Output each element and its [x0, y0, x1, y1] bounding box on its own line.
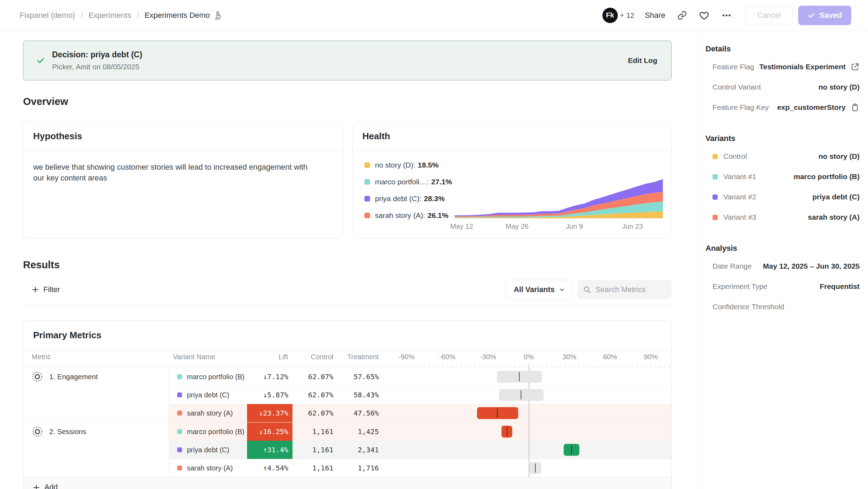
- breadcrumb-item[interactable]: Experiments Demo: [145, 11, 223, 20]
- ruler-tick: [402, 364, 403, 367]
- cancel-button[interactable]: Cancel: [746, 6, 793, 25]
- ruler-tick: [615, 364, 615, 367]
- col-lift: Lift: [247, 353, 288, 361]
- ruler-tick: [461, 364, 461, 367]
- lift-marker: [507, 427, 507, 436]
- saved-label: Saved: [819, 11, 842, 20]
- health-area-chart: [455, 178, 663, 218]
- edit-log-button[interactable]: Edit Log: [628, 56, 657, 65]
- search-box: [577, 280, 672, 299]
- add-metric-button[interactable]: Add: [32, 483, 58, 489]
- metric-row[interactable]: sarah story (A)↑4.54%1,1611,716: [23, 459, 671, 477]
- metrics-table-header: Metric Variant Name Lift Control Treatme…: [23, 350, 671, 368]
- hypothesis-body: we believe that showing customer stories…: [23, 151, 331, 183]
- metric-row[interactable]: 1. Engagementmarco portfolio (B)↓7.12%62…: [23, 368, 671, 386]
- results-heading: Results: [23, 259, 672, 271]
- sidebar-row-value: May 12, 2025 – Jun 30, 2025: [763, 262, 860, 270]
- col-control: Control: [292, 353, 333, 361]
- confidence-interval-bar: [477, 407, 518, 419]
- ruler-tick: [646, 364, 647, 367]
- sidebar-row-label: Control: [723, 152, 747, 161]
- details-sidebar: Details Feature FlagTestimonials Experim…: [699, 31, 868, 489]
- breadcrumb: Fixpanel {demo}/Experiments/Experiments …: [20, 11, 223, 20]
- treatment-value: 2,341: [334, 441, 380, 459]
- ruler-tick: [533, 364, 534, 367]
- search-input[interactable]: [595, 285, 665, 294]
- ruler-tick: [592, 364, 592, 367]
- legend-label: marco portfoli…:: [375, 178, 429, 186]
- saved-button[interactable]: Saved: [798, 6, 851, 25]
- sidebar-row: Controlno story (D): [706, 146, 860, 166]
- ruler-tick: [606, 364, 606, 367]
- metrics-rows: 1. Engagementmarco portfolio (B)↓7.12%62…: [23, 368, 671, 477]
- sidebar-row: Experiment TypeFrequentist: [706, 276, 860, 297]
- variant-color-dot: [713, 215, 718, 220]
- breadcrumb-item[interactable]: Experiments: [88, 11, 131, 20]
- ruler-tick: [565, 364, 565, 367]
- control-value: 1,161: [292, 459, 334, 477]
- details-section: Details Feature FlagTestimonials Experim…: [706, 41, 860, 118]
- ruler-tick: [610, 364, 610, 367]
- axis-ruler: [394, 364, 672, 367]
- ruler-tick: [501, 364, 502, 367]
- breadcrumb-separator: /: [81, 11, 83, 20]
- check-icon: [808, 12, 815, 19]
- sidebar-row-label: Variant #3: [723, 213, 756, 221]
- variant-color-dot: [713, 194, 718, 200]
- copy-icon[interactable]: [851, 103, 860, 112]
- top-bar: Fixpanel {demo}/Experiments/Experiments …: [0, 0, 868, 31]
- microscope-icon: [214, 11, 223, 20]
- link-icon[interactable]: [677, 10, 687, 20]
- lift-value: ↑31.4%: [247, 441, 292, 459]
- primary-metrics-title: Primary Metrics: [23, 321, 671, 350]
- favorite-heart-icon[interactable]: [699, 10, 709, 21]
- ruler-tick: [574, 364, 574, 367]
- more-options-icon[interactable]: [721, 10, 732, 21]
- variant-color-dot: [713, 174, 718, 179]
- breadcrumb-item[interactable]: Fixpanel {demo}: [20, 11, 75, 20]
- legend-value: 26.1%: [428, 211, 449, 220]
- collaborators-count[interactable]: + 12: [620, 11, 634, 20]
- hypothesis-title: Hypothesis: [23, 122, 343, 151]
- share-button[interactable]: Share: [645, 11, 665, 20]
- legend-item: priya debt (C):28.3%: [364, 190, 452, 207]
- sidebar-row-label: Experiment Type: [713, 282, 767, 291]
- x-axis-tick: [632, 218, 633, 221]
- add-filter-button[interactable]: Filter: [31, 285, 60, 294]
- sidebar-row-value: priya debt (C): [812, 193, 860, 201]
- legend-label: sarah story (A):: [375, 211, 425, 220]
- metric-group: 2. Sessionsmarco portfolio (B)↓16.25%1,1…: [23, 422, 671, 477]
- sidebar-row-label: Control Variant: [713, 83, 761, 91]
- metric-row[interactable]: priya debt (C)↓5.87%62.07%58.43%: [23, 386, 671, 404]
- ruler-tick: [560, 364, 561, 367]
- main-content: Decision: priya debt (C) Picker, Amit on…: [0, 31, 699, 489]
- col-metric: Metric: [32, 353, 51, 361]
- sidebar-row-label: Confidence Threshold: [713, 303, 784, 311]
- variants-dropdown-label: All Variants: [514, 285, 555, 294]
- ci-plot-cell: [394, 404, 672, 422]
- avatar[interactable]: Fk: [602, 8, 618, 23]
- metric-name-cell: 2. Sessions: [23, 423, 169, 441]
- metric-row[interactable]: 2. Sessionsmarco portfolio (B)↓16.25%1,1…: [23, 423, 671, 441]
- variant-cell: marco portfolio (B): [169, 423, 247, 441]
- sidebar-row-value: no story (D): [818, 152, 860, 161]
- ruler-tick: [578, 364, 579, 367]
- legend-item: no story (D):18.5%: [364, 157, 452, 173]
- variants-rows: Controlno story (D)Variant #1marco portf…: [706, 146, 860, 227]
- x-axis-tick: [517, 218, 518, 221]
- health-x-axis: May 12May 26Jun 9Jun 23: [455, 218, 663, 230]
- header-actions: Fk + 12 Share Cancel Saved: [602, 6, 851, 25]
- ruler-tick: [619, 364, 620, 367]
- ruler-tick: [492, 364, 493, 367]
- ruler-tick: [407, 364, 407, 367]
- external-link-icon[interactable]: [851, 62, 860, 71]
- metric-row[interactable]: priya debt (C)↑31.4%1,1612,341: [23, 441, 671, 459]
- ruler-tick: [547, 364, 547, 367]
- legend-item: marco portfoli…:27.1%: [364, 173, 452, 190]
- variants-dropdown[interactable]: All Variants: [506, 280, 572, 299]
- variant-name: sarah story (A): [187, 459, 233, 477]
- sidebar-row-label: Variant #1: [723, 172, 756, 181]
- variant-color-dot: [177, 429, 182, 434]
- ruler-tick: [660, 364, 660, 367]
- metric-row[interactable]: sarah story (A)↓23.37%62.07%47.56%: [23, 404, 671, 422]
